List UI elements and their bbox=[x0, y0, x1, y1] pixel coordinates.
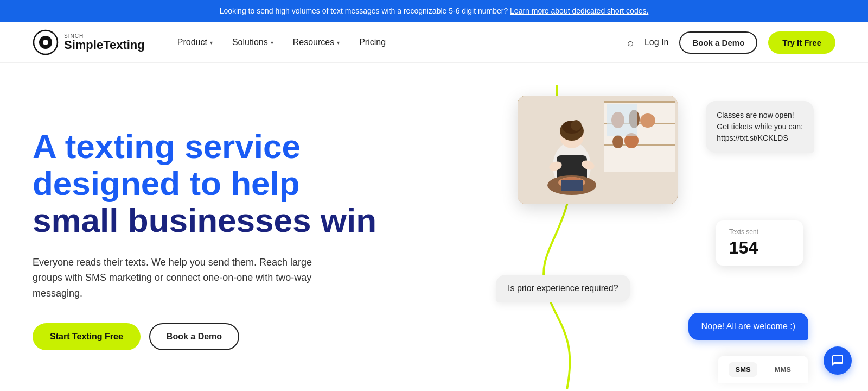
start-texting-button[interactable]: Start Texting Free bbox=[33, 323, 141, 350]
nav-pricing[interactable]: Pricing bbox=[359, 37, 386, 47]
sms-bubble-outbound: Classes are now open! Get tickets while … bbox=[706, 101, 814, 153]
nav-resources-label: Resources bbox=[293, 37, 334, 47]
hero-section: A texting service designed to help small… bbox=[0, 63, 868, 389]
bubble-top-link: https://txt.st/KCKLDS bbox=[717, 134, 788, 142]
bubble-top-line2: Get tickets while you can: bbox=[717, 122, 803, 131]
brand-name: SimpleTexting bbox=[64, 39, 145, 51]
logo[interactable]: SINCH SimpleTexting bbox=[33, 29, 145, 55]
svg-rect-5 bbox=[604, 101, 675, 103]
hero-subtitle: Everyone reads their texts. We help you … bbox=[33, 255, 315, 301]
announcement-banner: Looking to send high volumes of text mes… bbox=[0, 0, 868, 22]
logo-icon bbox=[33, 29, 59, 55]
bubble-top-line1: Classes are now open! bbox=[717, 111, 794, 119]
svg-rect-13 bbox=[607, 104, 637, 136]
pottery-image bbox=[518, 96, 678, 204]
chevron-down-icon: ▾ bbox=[210, 40, 213, 46]
texts-sent-widget: Texts sent 154 bbox=[716, 220, 803, 266]
svg-point-11 bbox=[612, 135, 623, 148]
svg-point-2 bbox=[43, 40, 48, 45]
hero-cta-buttons: Start Texting Free Book a Demo bbox=[33, 323, 452, 350]
texts-sent-label: Texts sent bbox=[729, 228, 790, 236]
message-type-tabs: SMS MMS bbox=[718, 356, 808, 383]
nav-product-label: Product bbox=[177, 37, 207, 47]
tab-sms[interactable]: SMS bbox=[729, 362, 757, 377]
svg-point-18 bbox=[571, 120, 582, 131]
svg-rect-24 bbox=[561, 180, 583, 191]
site-header: SINCH SimpleTexting Product ▾ Solutions … bbox=[0, 22, 868, 63]
try-it-free-button[interactable]: Try It Free bbox=[768, 31, 835, 54]
hero-title-line3: small businesses win bbox=[33, 201, 376, 239]
inbound-message-bubble: Is prior experience required? bbox=[496, 275, 630, 302]
tab-mms[interactable]: MMS bbox=[768, 362, 797, 377]
chat-support-button[interactable] bbox=[824, 346, 852, 375]
nav-product[interactable]: Product ▾ bbox=[177, 35, 213, 49]
hero-title-line2: designed to help bbox=[33, 165, 300, 202]
svg-point-10 bbox=[640, 113, 655, 128]
main-nav: Product ▾ Solutions ▾ Resources ▾ Pricin… bbox=[177, 35, 627, 49]
login-link[interactable]: Log In bbox=[644, 37, 668, 47]
question-text: Is prior experience required? bbox=[508, 283, 618, 293]
banner-text: Looking to send high volumes of text mes… bbox=[220, 7, 508, 15]
hero-visual: Classes are now open! Get tickets while … bbox=[474, 85, 835, 389]
hero-content: A texting service designed to help small… bbox=[33, 85, 474, 350]
nav-resources[interactable]: Resources ▾ bbox=[293, 35, 340, 49]
nav-solutions[interactable]: Solutions ▾ bbox=[232, 35, 273, 49]
nav-solutions-label: Solutions bbox=[232, 37, 268, 47]
hero-title-line1: A texting service bbox=[33, 128, 301, 165]
logo-text: SINCH SimpleTexting bbox=[64, 34, 145, 51]
banner-link[interactable]: Learn more about dedicated short codes. bbox=[510, 7, 648, 15]
texts-sent-count: 154 bbox=[729, 238, 790, 258]
outbound-reply-bubble: Nope! All are welcome :) bbox=[688, 313, 808, 340]
chat-icon bbox=[831, 354, 844, 367]
answer-text: Nope! All are welcome :) bbox=[701, 321, 795, 331]
chevron-down-icon: ▾ bbox=[337, 40, 340, 46]
header-actions: ⌕ Log In Book a Demo Try It Free bbox=[627, 31, 835, 54]
product-image-card bbox=[518, 96, 678, 204]
hero-title: A texting service designed to help small… bbox=[33, 128, 452, 239]
book-demo-hero-button[interactable]: Book a Demo bbox=[149, 323, 239, 350]
search-icon[interactable]: ⌕ bbox=[627, 36, 634, 49]
chevron-down-icon: ▾ bbox=[271, 40, 273, 46]
book-demo-button[interactable]: Book a Demo bbox=[679, 31, 757, 54]
